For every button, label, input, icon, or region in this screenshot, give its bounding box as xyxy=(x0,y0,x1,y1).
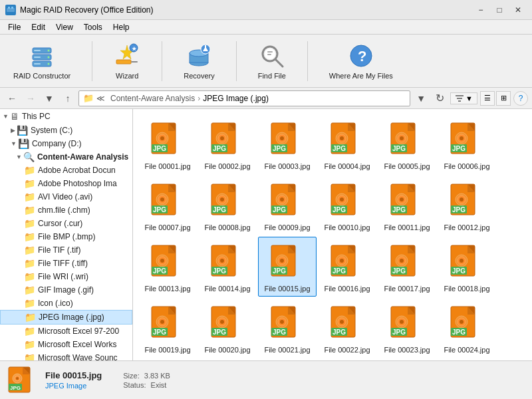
sidebar-item-gif[interactable]: 📁 GIF Image (.gif) xyxy=(0,283,132,297)
recovery-button[interactable]: Recovery xyxy=(176,40,222,82)
drive-icon-d: 💾 xyxy=(18,138,29,149)
sidebar-item-tif[interactable]: 📁 File TIF (.tif) xyxy=(0,243,132,257)
file-icon: JPG xyxy=(446,120,488,160)
sidebar-item-this-pc[interactable]: ▼ 🖥 This PC xyxy=(0,109,132,124)
sidebar-item-ico[interactable]: 📁 Icon (.ico) xyxy=(0,297,132,310)
file-item-29[interactable]: JPG File 00029.jpg xyxy=(378,359,436,360)
window-controls: − □ ✕ xyxy=(472,3,527,17)
file-icon: JPG xyxy=(206,120,249,160)
file-item-21[interactable]: JPG File 00021.jpg xyxy=(258,298,317,358)
sidebar-item-chm[interactable]: 📁 chm.file (.chm) xyxy=(0,203,132,217)
history-button[interactable]: ▼ xyxy=(41,90,57,106)
maximize-button[interactable]: □ xyxy=(491,3,508,17)
file-item-12[interactable]: JPG File 00012.jpg xyxy=(438,176,496,235)
sidebar-item-adobe-photoshop[interactable]: 📁 Adobe Photoshop Ima xyxy=(0,177,132,190)
view-list-button[interactable]: ☰ xyxy=(480,91,495,106)
file-item-5[interactable]: JPG File 00005.jpg xyxy=(378,114,436,174)
view-grid-button[interactable]: ⊞ xyxy=(496,91,511,106)
raid-constructor-button[interactable]: RAID Constructor xyxy=(5,40,78,82)
file-item-11[interactable]: JPG File 00011.jpg xyxy=(378,176,436,235)
filter-button[interactable]: ▼ xyxy=(450,92,477,104)
refresh-button[interactable]: ↻ xyxy=(432,90,448,106)
menu-view[interactable]: View xyxy=(51,21,78,33)
find-file-label: Find File xyxy=(258,72,286,80)
sidebar-item-jpeg[interactable]: 📁 JPEG Image (.jpg) xyxy=(0,310,132,325)
menu-edit[interactable]: Edit xyxy=(26,21,51,33)
app-icon xyxy=(5,5,16,15)
svg-point-248 xyxy=(460,320,464,324)
find-file-icon xyxy=(259,43,285,69)
file-item-25[interactable]: JPG File 00025.jpg xyxy=(138,359,197,360)
menu-help[interactable]: Help xyxy=(108,21,135,33)
sidebar-item-cursor[interactable]: 📁 Cursor (.cur) xyxy=(0,217,132,230)
file-item-18[interactable]: JPG File 00018.jpg xyxy=(438,237,496,297)
svg-point-194 xyxy=(460,259,464,263)
file-item-4[interactable]: JPG File 00004.jpg xyxy=(318,114,376,174)
sidebar-item-tiff[interactable]: 📁 File TIFF (.tiff) xyxy=(0,257,132,270)
sidebar-item-wave[interactable]: 📁 Microsoft Wave Sounc xyxy=(0,351,132,360)
sidebar-item-excel-works[interactable]: 📁 Microsoft Excel Works xyxy=(0,338,132,351)
sidebar-item-content-aware[interactable]: ▼ 🔍 Content-Aware Analysis xyxy=(0,150,132,164)
svg-point-7 xyxy=(48,56,50,58)
sidebar-item-wri[interactable]: 📁 File WRI (.wri) xyxy=(0,270,132,283)
file-item-27[interactable]: JPG File 00027.jpg xyxy=(258,359,317,360)
svg-point-122 xyxy=(340,198,344,201)
where-are-my-files-button[interactable]: ? Where Are My Files xyxy=(321,40,401,82)
folder-icon-chm: 📁 xyxy=(24,205,35,215)
file-name: File 00005.jpg xyxy=(384,162,430,171)
close-button[interactable]: ✕ xyxy=(509,3,527,17)
sidebar-item-bmp[interactable]: 📁 File BMP (.bmp) xyxy=(0,230,132,243)
file-item-20[interactable]: JPG File 00020.jpg xyxy=(198,298,257,358)
filter-icon xyxy=(455,94,464,102)
minimize-button[interactable]: − xyxy=(472,3,489,17)
file-item-22[interactable]: JPG File 00022.jpg xyxy=(318,298,376,358)
svg-point-311 xyxy=(16,377,19,380)
wizard-button[interactable]: ★ Wizard xyxy=(106,40,148,82)
file-item-8[interactable]: JPG File 00008.jpg xyxy=(198,176,257,235)
file-item-24[interactable]: JPG File 00024.jpg xyxy=(438,298,496,358)
file-item-19[interactable]: JPG File 00019.jpg xyxy=(138,298,197,358)
sidebar-item-excel97[interactable]: 📁 Microsoft Excel 97-200 xyxy=(0,325,132,338)
file-name: File 00024.jpg xyxy=(444,345,489,354)
file-item-14[interactable]: JPG File 00014.jpg xyxy=(198,237,257,297)
sidebar-item-adobe-acrobat[interactable]: 📁 Adobe Acrobat Docun xyxy=(0,164,132,177)
file-item-26[interactable]: JPG File 00026.jpg xyxy=(198,359,257,360)
svg-point-221 xyxy=(280,320,284,324)
menu-file[interactable]: File xyxy=(3,21,26,33)
address-path[interactable]: 📁 ≪ Content-Aware Analysis › JPEG Image … xyxy=(78,90,410,106)
file-icon: JPG xyxy=(206,243,249,283)
svg-point-167 xyxy=(280,259,284,263)
sidebar-item-system-c[interactable]: ▶ 💾 System (C:) xyxy=(0,124,132,137)
file-item-15[interactable]: JPG File 00015.jpg xyxy=(258,237,317,297)
file-item-9[interactable]: JPG File 00009.jpg xyxy=(258,176,317,235)
file-item-23[interactable]: JPG File 00023.jpg xyxy=(378,298,436,358)
file-item-16[interactable]: JPG File 00016.jpg xyxy=(318,237,376,297)
file-item-30[interactable]: JPG File 00030.jpg xyxy=(438,359,496,360)
address-bar: ← → ▼ ↑ 📁 ≪ Content-Aware Analysis › JPE… xyxy=(0,88,532,109)
file-item-7[interactable]: JPG File 00007.jpg xyxy=(138,176,197,235)
toolbar-separator-4 xyxy=(307,41,308,81)
folder-icon-tiff: 📁 xyxy=(24,258,35,269)
file-item-28[interactable]: JPG File 00028.jpg xyxy=(318,359,376,360)
forward-button[interactable]: → xyxy=(23,90,39,106)
help-button[interactable]: ? xyxy=(513,91,528,106)
file-item-3[interactable]: JPG File 00003.jpg xyxy=(258,114,317,174)
svg-point-149 xyxy=(160,259,164,263)
menu-tools[interactable]: Tools xyxy=(78,21,108,33)
menu-bar: File Edit View Tools Help xyxy=(0,20,532,35)
svg-text:JPG: JPG xyxy=(153,267,166,275)
find-file-button[interactable]: Find File xyxy=(250,40,294,82)
sidebar-item-avi[interactable]: 📁 AVI Video (.avi) xyxy=(0,190,132,203)
file-item-17[interactable]: JPG File 00017.jpg xyxy=(378,237,436,297)
dropdown-path-button[interactable]: ▼ xyxy=(413,90,429,106)
back-button[interactable]: ← xyxy=(4,90,20,106)
file-item-13[interactable]: JPG File 00013.jpg xyxy=(138,237,197,297)
file-item-10[interactable]: JPG File 00010.jpg xyxy=(318,176,376,235)
file-item-2[interactable]: JPG File 00002.jpg xyxy=(198,114,257,174)
sidebar-item-company-d[interactable]: ▼ 💾 Company (D:) xyxy=(0,137,132,150)
up-button[interactable]: ↑ xyxy=(60,90,76,106)
app-title: Magic RAID Recovery (Office Edition) xyxy=(20,5,154,15)
file-item-6[interactable]: JPG File 00006.jpg xyxy=(438,114,496,174)
file-item-1[interactable]: JPG File 00001.jpg xyxy=(138,114,197,174)
svg-point-113 xyxy=(280,198,284,201)
